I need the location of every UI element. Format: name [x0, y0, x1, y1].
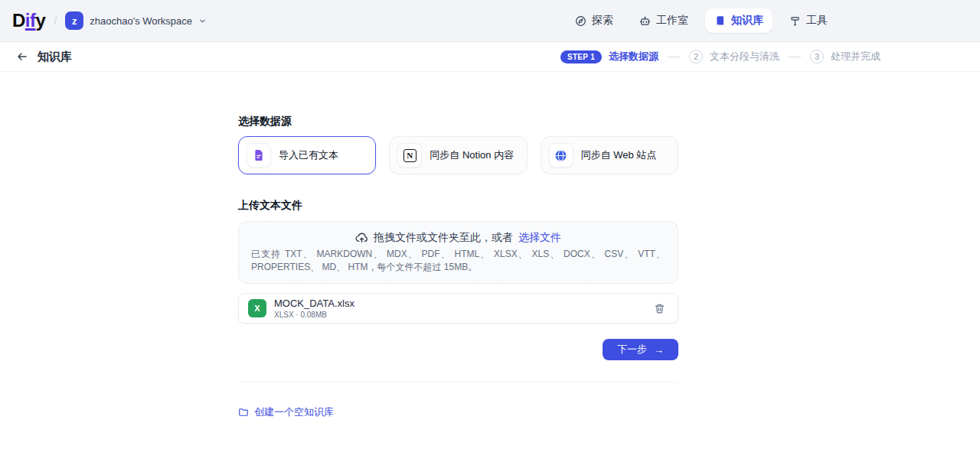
delete-file-button[interactable] — [651, 300, 668, 317]
step3-circle: 3 — [810, 50, 824, 63]
globe-icon — [549, 143, 573, 168]
back-button[interactable] — [12, 47, 32, 67]
step-connector — [789, 57, 801, 57]
step1-badge: STEP 1 — [560, 50, 602, 63]
breadcrumb-separator: / — [54, 15, 57, 27]
card-label: 导入已有文本 — [279, 148, 338, 162]
top-header: Dify / z zhaochao's Workspace 探索 工作室 知识库… — [0, 0, 980, 42]
dify-logo[interactable]: Dify — [12, 10, 45, 31]
nav-knowledge[interactable]: 知识库 — [705, 8, 773, 33]
supported-formats-hint: 已支持 TXT、 MARKDOWN、 MDX、 PDF、 HTML、 XLSX、… — [251, 248, 665, 274]
chevron-down-icon — [198, 17, 207, 25]
tools-icon — [789, 15, 801, 27]
upload-heading: 上传文本文件 — [238, 200, 678, 211]
file-item: X MOCK_DATA.xlsx XLSX · 0.08MB — [238, 293, 678, 324]
nav-item-label: 知识库 — [731, 14, 763, 28]
compass-icon — [575, 15, 586, 27]
workspace-name: zhaochao's Workspace — [90, 15, 192, 27]
book-icon — [714, 15, 726, 27]
drag-text: 拖拽文件或文件夹至此，或者 — [374, 229, 513, 245]
folder-icon — [238, 407, 249, 418]
workspace-selector[interactable]: z zhaochao's Workspace — [64, 8, 208, 33]
card-web-sync[interactable]: 同步自 Web 站点 — [541, 136, 678, 174]
card-import-text[interactable]: 导入已有文本 — [238, 136, 376, 174]
create-kb-panel: 选择数据源 导入已有文本 N 同步自 Notion 内容 同步自 Web 站点 — [238, 115, 678, 421]
nav-item-label: 工具 — [806, 14, 828, 28]
nav-item-label: 探索 — [592, 14, 613, 28]
step-connector — [668, 57, 680, 57]
step2-label: 文本分段与清洗 — [710, 50, 779, 63]
notion-icon: N — [397, 143, 422, 168]
create-empty-kb-link[interactable]: 创建一个空知识库 — [238, 405, 334, 419]
step2-circle: 2 — [689, 50, 703, 63]
dropzone-prompt: 拖拽文件或文件夹至此，或者 选择文件 — [251, 229, 665, 245]
main-content: 选择数据源 导入已有文本 N 同步自 Notion 内容 同步自 Web 站点 — [0, 115, 980, 421]
nav-item-label: 工作室 — [656, 14, 688, 28]
nav-studio[interactable]: 工作室 — [630, 8, 697, 33]
workspace-avatar: z — [65, 11, 83, 30]
file-info: MOCK_DATA.xlsx XLSX · 0.08MB — [274, 298, 354, 319]
logo-part2: y — [36, 10, 46, 31]
file-meta: XLSX · 0.08MB — [274, 311, 354, 319]
browse-file-link[interactable]: 选择文件 — [518, 229, 561, 245]
step-indicator: STEP 1 选择数据源 2 文本分段与清洗 3 处理并完成 — [560, 50, 880, 63]
next-button[interactable]: 下一步 → — [603, 339, 678, 360]
cloud-upload-icon — [355, 231, 368, 244]
logo-accent: if — [25, 10, 36, 31]
step1-label: 选择数据源 — [609, 50, 658, 63]
nav-explore[interactable]: 探索 — [566, 8, 622, 33]
file-text-icon — [247, 143, 271, 168]
notion-letter: N — [403, 149, 416, 162]
robot-icon — [639, 15, 651, 27]
page-title: 知识库 — [38, 50, 72, 64]
nav-tools[interactable]: 工具 — [780, 8, 837, 33]
next-button-label: 下一步 — [617, 343, 647, 356]
arrow-left-icon — [16, 50, 28, 63]
main-nav: 探索 工作室 知识库 工具 — [566, 8, 837, 33]
logo-part1: D — [12, 10, 25, 31]
datasource-heading: 选择数据源 — [238, 115, 678, 127]
card-label: 同步自 Notion 内容 — [430, 148, 514, 162]
sub-header: 知识库 STEP 1 选择数据源 2 文本分段与清洗 3 处理并完成 — [0, 42, 980, 72]
link-label: 创建一个空知识库 — [254, 405, 334, 419]
card-label: 同步自 Web 站点 — [581, 148, 657, 162]
trash-icon — [654, 303, 665, 314]
card-notion-sync[interactable]: N 同步自 Notion 内容 — [389, 136, 527, 174]
datasource-options: 导入已有文本 N 同步自 Notion 内容 同步自 Web 站点 — [238, 136, 678, 174]
file-name: MOCK_DATA.xlsx — [274, 298, 354, 309]
action-row: 下一步 → — [238, 339, 678, 360]
arrow-right-icon: → — [654, 344, 664, 356]
excel-file-icon: X — [248, 299, 266, 317]
divider — [238, 382, 678, 382]
upload-dropzone[interactable]: 拖拽文件或文件夹至此，或者 选择文件 已支持 TXT、 MARKDOWN、 MD… — [238, 221, 678, 284]
step3-label: 处理并完成 — [831, 50, 880, 63]
brand: Dify / z zhaochao's Workspace — [12, 8, 208, 33]
